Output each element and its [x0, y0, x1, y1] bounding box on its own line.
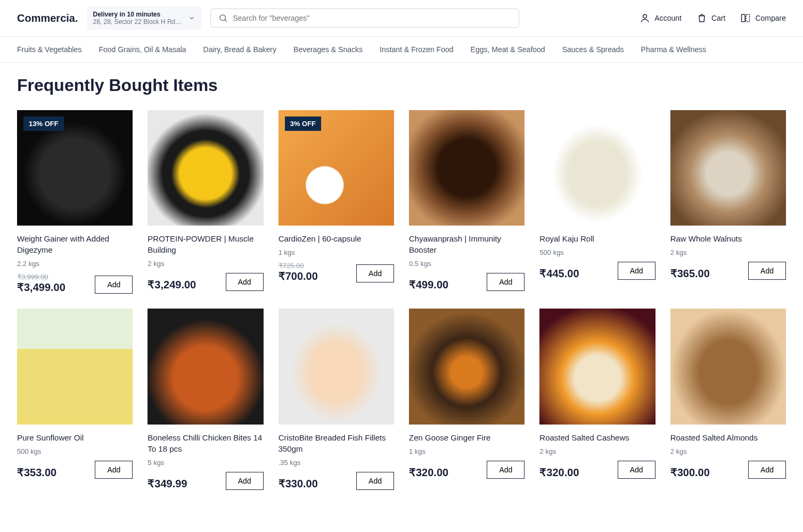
product-footer: ₹3,999.00₹3,499.00Add	[17, 273, 133, 294]
product-card[interactable]: Roasted Salted Cashews2 kgs₹320.00Add	[539, 309, 655, 489]
product-image[interactable]	[148, 309, 263, 424]
search-icon	[218, 13, 228, 23]
product-image[interactable]	[17, 309, 133, 424]
price-block: ₹499.00	[409, 278, 448, 291]
product-card[interactable]: Boneless Chilli Chicken Bites 14 To 18 p…	[148, 309, 263, 489]
product-image[interactable]	[409, 309, 525, 424]
account-label: Account	[654, 14, 682, 22]
product-image[interactable]	[539, 309, 655, 424]
product-grid: 13% OFFWeight Gainer with Added Digezyme…	[17, 110, 786, 490]
product-card[interactable]: Chyawanprash | Immunity Booster0.5 kgs₹4…	[409, 110, 525, 294]
price-current: ₹3,499.00	[17, 281, 65, 294]
category-link[interactable]: Fruits & Vegetables	[17, 45, 81, 54]
account-link[interactable]: Account	[640, 13, 682, 23]
add-button[interactable]: Add	[95, 276, 133, 294]
price-current: ₹445.00	[539, 267, 579, 280]
product-card[interactable]: 3% OFFCardioZen | 60-capsule1 kgs₹725.00…	[278, 110, 394, 294]
category-link[interactable]: Dairy, Bread & Bakery	[203, 45, 276, 54]
product-card[interactable]: 13% OFFWeight Gainer with Added Digezyme…	[17, 110, 133, 294]
add-button[interactable]: Add	[356, 472, 394, 490]
brand-logo[interactable]: Commercia.	[17, 12, 78, 24]
compare-link[interactable]: Compare	[740, 13, 786, 23]
product-image[interactable]	[148, 110, 263, 226]
category-link[interactable]: Pharma & Wellness	[641, 45, 707, 54]
price-block: ₹725.00₹700.00	[278, 262, 318, 282]
cart-link[interactable]: Cart	[697, 13, 725, 23]
product-image[interactable]	[539, 110, 655, 226]
product-title: Zen Goose Ginger Fire	[409, 432, 525, 443]
search-container	[210, 9, 519, 28]
add-button[interactable]: Add	[487, 461, 525, 479]
product-body: Boneless Chilli Chicken Bites 14 To 18 p…	[148, 425, 263, 490]
product-quantity: 500 kgs	[17, 447, 133, 455]
product-image-placeholder	[670, 309, 786, 424]
product-title: Chyawanprash | Immunity Booster	[409, 233, 525, 255]
product-body: Weight Gainer with Added Digezyme2.2 kgs…	[17, 226, 133, 294]
product-image-placeholder	[278, 309, 394, 424]
product-quantity: 0.5 kgs	[409, 260, 525, 268]
product-card[interactable]: Pure Sunflower Oil500 kgs₹353.00Add	[17, 309, 133, 489]
add-button[interactable]: Add	[618, 262, 655, 280]
bag-icon	[697, 13, 707, 23]
add-button[interactable]: Add	[226, 273, 264, 291]
product-image-placeholder	[670, 110, 786, 226]
product-image-placeholder	[17, 309, 133, 424]
category-link[interactable]: Eggs, Meat & Seafood	[471, 45, 545, 54]
product-image[interactable]	[278, 309, 394, 424]
category-nav: Fruits & VegetablesFood Grains, Oil & Ma…	[0, 37, 803, 63]
product-quantity: 2 kgs	[670, 248, 786, 256]
price-block: ₹3,249.00	[148, 278, 196, 291]
product-quantity: .35 kgs	[278, 459, 394, 467]
category-link[interactable]: Beverages & Snacks	[293, 45, 363, 54]
discount-badge: 3% OFF	[285, 117, 321, 131]
product-footer: ₹330.00Add	[278, 472, 394, 490]
product-footer: ₹353.00Add	[17, 461, 133, 479]
product-image[interactable]	[670, 110, 786, 226]
product-card[interactable]: PROTEIN-POWDER | Muscle Building2 kgs₹3,…	[148, 110, 263, 294]
add-button[interactable]: Add	[618, 461, 655, 479]
product-quantity: 2.2 kgs	[17, 260, 133, 268]
svg-point-2	[643, 14, 647, 18]
category-link[interactable]: Sauces & Spreads	[562, 45, 624, 54]
category-link[interactable]: Food Grains, Oil & Masala	[99, 45, 186, 54]
product-image[interactable]	[409, 110, 525, 226]
product-card[interactable]: Raw Whole Walnuts2 kgs₹365.00Add	[670, 110, 786, 294]
delivery-selector[interactable]: Delivery in 10 minutes 28, 28, Sector 22…	[87, 6, 202, 30]
product-quantity: 5 kgs	[148, 459, 263, 467]
product-body: Chyawanprash | Immunity Booster0.5 kgs₹4…	[409, 226, 525, 291]
product-card[interactable]: Zen Goose Ginger Fire1 kgs₹320.00Add	[409, 309, 525, 489]
price-old: ₹725.00	[278, 262, 318, 270]
add-button[interactable]: Add	[748, 461, 786, 479]
product-footer: ₹300.00Add	[670, 461, 786, 479]
product-body: Pure Sunflower Oil500 kgs₹353.00Add	[17, 425, 133, 479]
search-input[interactable]	[233, 14, 511, 22]
price-current: ₹353.00	[17, 466, 56, 479]
price-current: ₹365.00	[670, 267, 710, 280]
product-footer: ₹320.00Add	[539, 461, 655, 479]
product-image-placeholder	[409, 110, 525, 226]
svg-rect-4	[746, 14, 750, 21]
product-image[interactable]: 13% OFF	[17, 110, 133, 226]
product-footer: ₹499.00Add	[409, 273, 525, 291]
add-button[interactable]: Add	[356, 264, 394, 282]
add-button[interactable]: Add	[95, 461, 133, 479]
price-block: ₹320.00	[409, 466, 448, 479]
price-old: ₹3,999.00	[17, 273, 65, 281]
product-image[interactable]: 3% OFF	[278, 110, 394, 226]
product-image[interactable]	[670, 309, 786, 424]
price-block: ₹300.00	[670, 466, 710, 479]
product-card[interactable]: Roasted Salted Almonds2 kgs₹300.00Add	[670, 309, 786, 489]
product-body: Royal Kaju Roll500 kgs₹445.00Add	[539, 226, 655, 280]
category-link[interactable]: Instant & Frozen Food	[380, 45, 454, 54]
add-button[interactable]: Add	[226, 472, 264, 490]
product-card[interactable]: CristoBite Breaded Fish Fillets 350gm.35…	[278, 309, 394, 489]
add-button[interactable]: Add	[748, 262, 786, 280]
product-body: PROTEIN-POWDER | Muscle Building2 kgs₹3,…	[148, 226, 263, 291]
product-card[interactable]: Royal Kaju Roll500 kgs₹445.00Add	[539, 110, 655, 294]
compare-label: Compare	[755, 14, 786, 22]
header-actions: Account Cart Compare	[640, 13, 786, 23]
search-box[interactable]	[210, 9, 519, 28]
product-title: Roasted Salted Almonds	[670, 432, 786, 443]
price-block: ₹445.00	[539, 267, 579, 280]
add-button[interactable]: Add	[487, 273, 525, 291]
